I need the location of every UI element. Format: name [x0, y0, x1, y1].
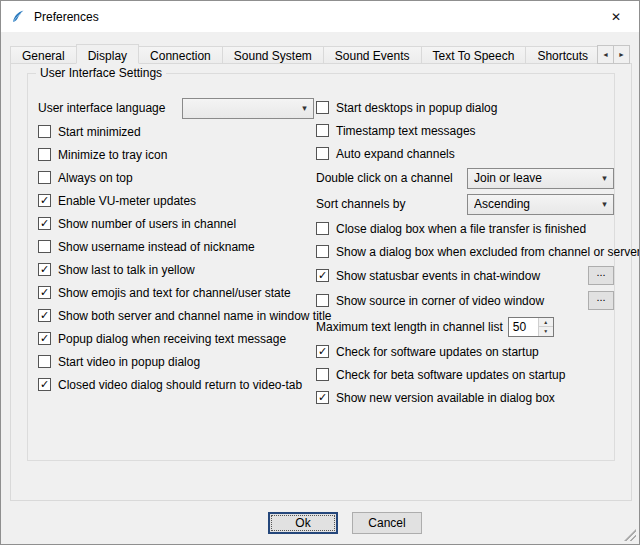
- tab-sound-system[interactable]: Sound System: [222, 46, 324, 64]
- checkbox-icon[interactable]: ✓: [316, 345, 329, 358]
- sort-channels-row: Sort channels by Ascending ▾: [316, 191, 614, 217]
- tab-general[interactable]: General: [10, 46, 77, 64]
- checkbox-label: Enable VU-meter updates: [58, 194, 196, 208]
- double-click-select-value: Join or leave: [474, 171, 596, 185]
- double-click-select[interactable]: Join or leave ▾: [467, 168, 614, 189]
- checkbox-emojis[interactable]: ✓ Show emojis and text for channel/user …: [38, 281, 314, 304]
- checkbox-icon[interactable]: ✓: [316, 269, 329, 282]
- checkbox-icon[interactable]: ✓: [38, 378, 51, 391]
- close-button[interactable]: ✕: [593, 1, 639, 32]
- sort-channels-label: Sort channels by: [316, 197, 405, 211]
- checkbox-show-username[interactable]: Show username instead of nickname: [38, 235, 314, 258]
- checkbox-icon[interactable]: [316, 147, 329, 160]
- sort-channels-select-value: Ascending: [474, 197, 596, 211]
- checkbox-label: Closed video dialog should return to vid…: [58, 378, 302, 392]
- app-icon: [10, 9, 26, 25]
- checkbox-icon[interactable]: [38, 355, 51, 368]
- preferences-dialog: Preferences ✕ General Display Connection…: [0, 0, 640, 545]
- double-click-row: Double click on a channel Join or leave …: [316, 165, 614, 191]
- checkbox-always-on-top[interactable]: Always on top: [38, 166, 314, 189]
- tab-scroll-right-icon[interactable]: ►: [613, 45, 630, 64]
- checkbox-server-channel-title[interactable]: ✓ Show both server and channel name in w…: [38, 304, 314, 327]
- checkbox-icon[interactable]: ✓: [316, 391, 329, 404]
- checkbox-icon[interactable]: [316, 245, 329, 258]
- close-icon: ✕: [611, 10, 621, 24]
- checkbox-icon[interactable]: [38, 125, 51, 138]
- right-column: Start desktops in popup dialog Timestamp…: [316, 96, 614, 409]
- spinner-value: 50: [509, 318, 538, 336]
- checkbox-new-version-dialog[interactable]: ✓ Show new version available in dialog b…: [316, 386, 614, 409]
- checkbox-icon[interactable]: ✓: [38, 263, 51, 276]
- tab-display[interactable]: Display: [76, 44, 139, 64]
- checkbox-closed-video-return[interactable]: ✓ Closed video dialog should return to v…: [38, 373, 314, 396]
- checkbox-label: Popup dialog when receiving text message: [58, 332, 286, 346]
- tab-scroll-left-icon[interactable]: ◄: [597, 45, 614, 64]
- checkbox-label: Show number of users in channel: [58, 217, 236, 231]
- language-select[interactable]: ▾: [182, 98, 314, 119]
- checkbox-label: Start minimized: [58, 125, 141, 139]
- tab-text-to-speech[interactable]: Text To Speech: [421, 46, 527, 64]
- checkbox-icon[interactable]: [316, 368, 329, 381]
- tab-shortcuts[interactable]: Shortcuts: [525, 46, 600, 64]
- max-text-length-spinner[interactable]: 50 ▲ ▼: [508, 317, 554, 337]
- cancel-button[interactable]: Cancel: [352, 512, 422, 534]
- checkbox-label: Start video in popup dialog: [58, 355, 200, 369]
- checkbox-label: Start desktops in popup dialog: [336, 101, 497, 115]
- checkbox-icon[interactable]: ✓: [38, 332, 51, 345]
- checkbox-icon[interactable]: ✓: [38, 194, 51, 207]
- tab-sound-events[interactable]: Sound Events: [323, 46, 422, 64]
- checkbox-start-minimized[interactable]: Start minimized: [38, 120, 314, 143]
- checkbox-icon[interactable]: [38, 171, 51, 184]
- video-source-options-button[interactable]: ...: [588, 291, 614, 310]
- checkbox-label: Check for beta software updates on start…: [336, 368, 565, 382]
- checkbox-label: Show username instead of nickname: [58, 240, 255, 254]
- checkbox-label: Show last to talk in yellow: [58, 263, 195, 277]
- checkbox-timestamp-messages[interactable]: Timestamp text messages: [316, 119, 614, 142]
- checkbox-label: Show a dialog box when excluded from cha…: [336, 245, 640, 259]
- checkbox-popup-text-message[interactable]: ✓ Popup dialog when receiving text messa…: [38, 327, 314, 350]
- checkbox-desktops-popup[interactable]: Start desktops in popup dialog: [316, 96, 614, 119]
- checkbox-vu-meter[interactable]: ✓ Enable VU-meter updates: [38, 189, 314, 212]
- max-text-length-row: Maximum text length in channel list 50 ▲…: [316, 313, 614, 340]
- checkbox-icon[interactable]: [316, 222, 329, 235]
- tab-connection[interactable]: Connection: [138, 46, 223, 64]
- statusbar-events-row: ✓ Show statusbar events in chat-window .…: [316, 263, 614, 288]
- checkbox-auto-expand[interactable]: Auto expand channels: [316, 142, 614, 165]
- checkbox-software-updates[interactable]: ✓ Check for software updates on startup: [316, 340, 614, 363]
- ok-button[interactable]: Ok: [268, 512, 338, 534]
- checkbox-icon[interactable]: [38, 240, 51, 253]
- user-interface-settings-group: User Interface Settings User interface l…: [27, 73, 615, 461]
- chevron-down-icon: ▾: [596, 173, 613, 183]
- checkbox-video-popup[interactable]: Start video in popup dialog: [38, 350, 314, 373]
- checkbox-label: Minimize to tray icon: [58, 148, 167, 162]
- tab-strip: General Display Connection Sound System …: [10, 44, 630, 64]
- checkbox-excluded-dialog[interactable]: Show a dialog box when excluded from cha…: [316, 240, 614, 263]
- checkbox-icon[interactable]: [316, 101, 329, 114]
- checkbox-show-user-count[interactable]: ✓ Show number of users in channel: [38, 212, 314, 235]
- spin-up-icon[interactable]: ▲: [539, 318, 553, 328]
- checkbox-minimize-to-tray[interactable]: Minimize to tray icon: [38, 143, 314, 166]
- language-label: User interface language: [38, 101, 165, 115]
- titlebar[interactable]: Preferences ✕: [1, 1, 639, 32]
- max-text-length-label: Maximum text length in channel list: [316, 320, 503, 334]
- checkbox-icon[interactable]: ✓: [38, 286, 51, 299]
- double-click-label: Double click on a channel: [316, 171, 453, 185]
- dialog-footer: Ok Cancel: [1, 512, 639, 534]
- checkbox-last-to-talk[interactable]: ✓ Show last to talk in yellow: [38, 258, 314, 281]
- checkbox-label: Show source in corner of video window: [336, 294, 544, 308]
- checkbox-icon[interactable]: [38, 148, 51, 161]
- language-row: User interface language ▾: [38, 96, 314, 120]
- checkbox-icon[interactable]: [316, 124, 329, 137]
- statusbar-events-options-button[interactable]: ...: [588, 266, 614, 285]
- checkbox-label: Show emojis and text for channel/user st…: [58, 286, 291, 300]
- checkbox-icon[interactable]: ✓: [38, 309, 51, 322]
- sort-channels-select[interactable]: Ascending ▾: [467, 194, 614, 215]
- checkbox-beta-updates[interactable]: Check for beta software updates on start…: [316, 363, 614, 386]
- checkbox-label: Show new version available in dialog box: [336, 391, 555, 405]
- chevron-down-icon: ▾: [296, 103, 313, 113]
- checkbox-icon[interactable]: [316, 294, 329, 307]
- checkbox-icon[interactable]: ✓: [38, 217, 51, 230]
- spin-down-icon[interactable]: ▼: [539, 327, 553, 336]
- group-title: User Interface Settings: [36, 66, 166, 80]
- checkbox-close-on-transfer[interactable]: Close dialog box when a file transfer is…: [316, 217, 614, 240]
